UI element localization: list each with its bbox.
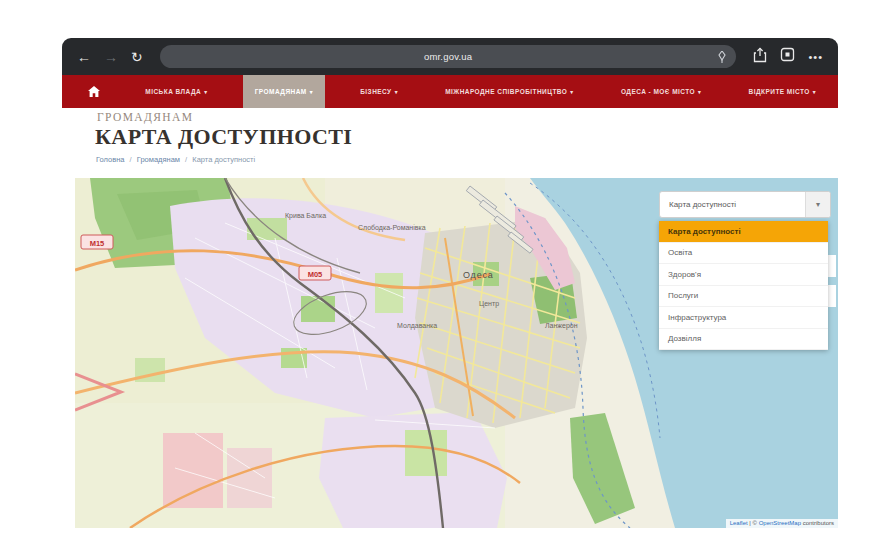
url-text: omr.gov.ua <box>424 51 472 62</box>
option-osvita[interactable]: Освіта <box>659 243 828 265</box>
option-posluhy[interactable]: Послуги <box>659 286 828 308</box>
road-shield-m05: М05 <box>299 266 331 280</box>
chevron-down-icon: ▾ <box>204 89 207 95</box>
nav-item-label: БІЗНЕСУ <box>360 88 391 95</box>
section-label: ГРОМАДЯНАМ <box>97 111 193 123</box>
forward-icon[interactable]: → <box>104 50 118 64</box>
leaflet-link[interactable]: Leaflet <box>730 520 748 526</box>
nav-item-mizhnarodne[interactable]: МІЖНАРОДНЕ СПІВРОБІТНИЦТВО ▾ <box>433 75 585 108</box>
map-label-kryva-balka: Крива Балка <box>285 212 326 220</box>
svg-text:М05: М05 <box>308 270 323 279</box>
chevron-down-icon[interactable]: ▾ <box>805 192 830 217</box>
nav-item-vidkryte-misto[interactable]: ВІДКРИТЕ МІСТО ▾ <box>737 75 828 108</box>
nav-item-label: МІСЬКА ВЛАДА <box>145 88 201 95</box>
map-label-centr: Центр <box>479 300 499 308</box>
map-label-lanzheron: Ланжерон <box>545 322 578 330</box>
accessibility-map[interactable]: М15 М05 Крива Балка Слободка-Романівка М… <box>75 178 838 528</box>
voice-search-icon[interactable] <box>717 51 727 63</box>
more-menu-icon[interactable]: ••• <box>808 51 823 63</box>
breadcrumb-separator: / <box>130 155 132 164</box>
chevron-down-icon: ▾ <box>570 89 573 95</box>
attribution-separator: | © <box>748 520 759 526</box>
attribution-suffix: contributors <box>801 520 834 526</box>
nav-item-hromadianam[interactable]: ГРОМАДЯНАМ ▾ <box>243 75 325 108</box>
site-navbar: МІСЬКА ВЛАДА ▾ ГРОМАДЯНАМ ▾ БІЗНЕСУ ▾ МІ… <box>62 75 838 108</box>
osm-link[interactable]: OpenStreetMap <box>759 520 801 526</box>
nav-item-label: ГРОМАДЯНАМ <box>255 88 307 95</box>
nav-item-label: ВІДКРИТЕ МІСТО <box>749 88 810 95</box>
breadcrumb-current: Карта доступності <box>192 155 255 164</box>
browser-window: ← → ↻ omr.gov.ua ••• <box>62 38 838 108</box>
tabs-icon[interactable] <box>780 47 795 66</box>
nav-item-label: МІЖНАРОДНЕ СПІВРОБІТНИЦТВО <box>445 88 567 95</box>
category-select-value: Карта доступності <box>660 200 805 209</box>
map-attribution: Leaflet | © OpenStreetMap contributors <box>726 519 838 528</box>
road-shield-m15: М15 <box>81 235 113 249</box>
breadcrumb-home-link[interactable]: Головна <box>96 155 125 164</box>
share-icon[interactable] <box>753 47 767 67</box>
map-label-slobodka: Слободка-Романівка <box>358 224 426 232</box>
option-zdorovia[interactable]: Здоров'я <box>659 264 828 286</box>
chevron-down-icon: ▾ <box>310 89 313 95</box>
nav-item-label: ОДЕСА - МОЄ МІСТО <box>621 88 695 95</box>
chevron-down-icon: ▾ <box>698 89 701 95</box>
chevron-down-icon: ▾ <box>813 89 816 95</box>
reload-icon[interactable]: ↻ <box>131 50 143 64</box>
nav-item-biznesu[interactable]: БІЗНЕСУ ▾ <box>348 75 410 108</box>
breadcrumb: Головна / Громадянам / Карта доступності <box>96 155 255 164</box>
browser-toolbar: ← → ↻ omr.gov.ua ••• <box>62 38 838 75</box>
option-dozvillia[interactable]: Дозвілля <box>659 329 828 351</box>
option-karta-dostupnosti[interactable]: Карта доступності <box>659 221 828 243</box>
address-bar[interactable]: omr.gov.ua <box>160 45 737 68</box>
map-label-moldavanka: Молдаванка <box>397 322 437 330</box>
page-title: КАРТА ДОСТУПНОСТІ <box>95 124 352 150</box>
breadcrumb-separator: / <box>185 155 187 164</box>
category-select[interactable]: Карта доступності ▾ <box>659 191 831 218</box>
nav-item-miska-vlada[interactable]: МІСЬКА ВЛАДА ▾ <box>133 75 219 108</box>
category-dropdown-list: Карта доступності Освіта Здоров'я Послуг… <box>659 221 828 350</box>
back-icon[interactable]: ← <box>77 50 91 64</box>
svg-text:М15: М15 <box>90 239 105 248</box>
nav-item-odesa-moe-misto[interactable]: ОДЕСА - МОЄ МІСТО ▾ <box>609 75 713 108</box>
map-label-odesa: Одеса <box>463 270 494 280</box>
home-icon[interactable] <box>78 75 110 108</box>
chevron-down-icon: ▾ <box>395 89 398 95</box>
breadcrumb-section-link[interactable]: Громадянам <box>137 155 180 164</box>
option-infrastruktura[interactable]: Інфраструктура <box>659 307 828 329</box>
